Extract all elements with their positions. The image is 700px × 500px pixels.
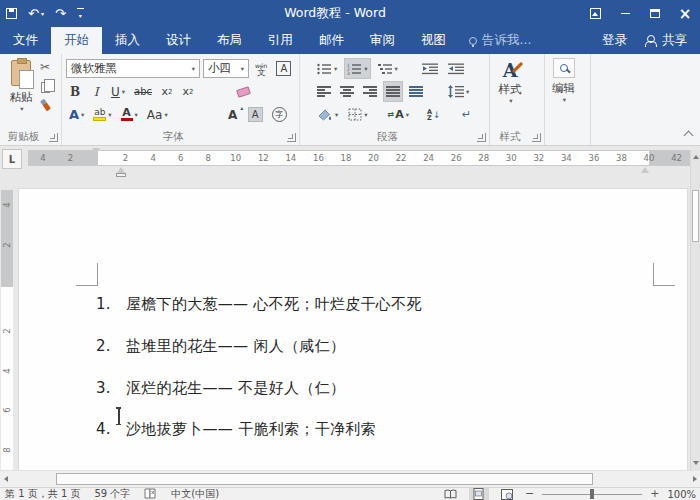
save-button[interactable] xyxy=(6,8,17,19)
editing-button[interactable]: 编辑 ▾ xyxy=(552,58,575,104)
font-name-combobox[interactable]: 微软雅黑 ▾ xyxy=(66,59,200,78)
styles-button[interactable]: A 样式 ▾ xyxy=(498,58,522,105)
italic-button[interactable]: I xyxy=(87,81,105,102)
line-spacing-button[interactable]: ▾ xyxy=(445,81,472,102)
increase-indent-button[interactable] xyxy=(445,58,467,79)
decrease-indent-button[interactable] xyxy=(419,58,441,79)
document-line-2[interactable]: 2.盐堆里的花生—— 闲人（咸仁） xyxy=(96,337,345,356)
ribbon-display-options-button[interactable] xyxy=(580,0,610,27)
sign-in-button[interactable]: 登录 xyxy=(589,32,640,49)
subscript-button[interactable]: x2 xyxy=(158,81,176,102)
zoom-slider-thumb[interactable] xyxy=(590,489,594,499)
align-left-button[interactable] xyxy=(314,81,334,102)
scroll-left-arrow[interactable] xyxy=(4,476,8,482)
styles-dialog-launcher[interactable] xyxy=(532,133,541,142)
numbering-button[interactable]: 123▾ xyxy=(344,58,370,79)
enclose-characters-button[interactable]: 字 xyxy=(269,104,290,125)
language-indicator[interactable]: 中文(中国) xyxy=(171,487,219,500)
ribbon-tab-5[interactable]: 邮件 xyxy=(306,27,357,54)
vertical-scrollbar[interactable] xyxy=(690,150,700,470)
asian-layout-button[interactable]: ⇄A▾ xyxy=(385,104,412,125)
ribbon-tab-6[interactable]: 审阅 xyxy=(357,27,408,54)
change-case-button[interactable]: Aa▾ xyxy=(144,104,171,125)
chevron-down-icon: ▾ xyxy=(192,65,195,73)
document-page[interactable]: 1.屋檐下的大葱—— 心不死；叶烂皮干心不死2.盐堆里的花生—— 闲人（咸仁）3… xyxy=(18,188,688,470)
first-line-indent-marker[interactable] xyxy=(92,148,100,154)
show-hide-marks-button[interactable]: ↵ xyxy=(458,104,476,125)
bold-button[interactable]: B xyxy=(66,81,84,102)
multilevel-list-button[interactable]: ▾ xyxy=(375,58,401,79)
zoom-level[interactable]: 100% xyxy=(667,489,696,500)
print-layout-button[interactable] xyxy=(469,488,489,500)
grow-font-button[interactable]: A▴ xyxy=(224,104,242,125)
font-color-button[interactable]: A▾ xyxy=(118,104,141,125)
paste-button[interactable]: 粘贴 ▾ xyxy=(4,58,38,140)
copy-button[interactable] xyxy=(41,82,50,93)
customize-qat-button[interactable]: ▾ xyxy=(77,8,84,19)
tell-me-box[interactable]: 告诉我... xyxy=(459,27,541,54)
document-line-4[interactable]: 4.沙地拔萝卜—— 干脆利索；干净利索 xyxy=(96,420,376,439)
zoom-in-button[interactable]: + xyxy=(650,489,659,499)
ribbon-tab-1[interactable]: 插入 xyxy=(102,27,153,54)
clipboard-mini-buttons: ✂ xyxy=(40,60,50,111)
highlighter-icon: ab xyxy=(93,108,106,121)
zoom-out-button[interactable]: − xyxy=(525,489,534,499)
align-center-button[interactable] xyxy=(337,81,357,102)
group-clipboard: 粘贴 ▾ ✂ 剪贴板 xyxy=(0,54,62,145)
read-mode-button[interactable] xyxy=(441,488,461,500)
horizontal-scrollbar[interactable] xyxy=(0,470,700,487)
distribute-button[interactable] xyxy=(406,81,426,102)
bullets-button[interactable]: ▾ xyxy=(314,58,340,79)
restore-button[interactable] xyxy=(640,0,670,27)
proofing-status-button[interactable] xyxy=(144,488,157,500)
ribbon-tab-2[interactable]: 设计 xyxy=(153,27,204,54)
clear-formatting-button[interactable] xyxy=(234,81,253,102)
text-effects-button[interactable]: A▾ xyxy=(66,104,87,125)
shading-button[interactable]: ▾ xyxy=(314,104,341,125)
numbering-icon: 123 xyxy=(347,63,362,75)
borders-button[interactable]: ▾ xyxy=(345,104,370,125)
document-line-3[interactable]: 3.沤烂的花生—— 不是好人（仁） xyxy=(96,379,345,398)
font-dialog-launcher[interactable] xyxy=(287,133,296,142)
scroll-up-arrow[interactable] xyxy=(693,155,699,159)
vertical-scroll-thumb[interactable] xyxy=(692,190,699,242)
align-right-button[interactable] xyxy=(360,81,380,102)
character-border-button[interactable]: A xyxy=(273,58,294,79)
scroll-right-arrow[interactable] xyxy=(693,476,697,482)
redo-button[interactable]: ↷ xyxy=(55,6,66,21)
document-line-1[interactable]: 1.屋檐下的大葱—— 心不死；叶烂皮干心不死 xyxy=(96,295,422,314)
close-button[interactable]: × xyxy=(670,0,700,27)
web-layout-button[interactable] xyxy=(497,488,517,500)
paragraph-dialog-launcher[interactable] xyxy=(477,133,486,142)
justify-button[interactable] xyxy=(383,81,403,102)
share-button[interactable]: 共享 xyxy=(640,32,700,49)
cut-button[interactable]: ✂ xyxy=(40,60,50,74)
collapse-ribbon-button[interactable] xyxy=(684,131,694,141)
undo-button[interactable]: ↶▾ xyxy=(28,6,44,21)
right-indent-marker[interactable] xyxy=(641,167,649,173)
phonetic-guide-button[interactable]: wén 文 xyxy=(252,58,270,79)
ribbon-tab-3[interactable]: 布局 xyxy=(204,27,255,54)
page-number-indicator[interactable]: 第 1 页，共 1 页 xyxy=(5,487,80,500)
tab-file[interactable]: 文件 xyxy=(0,27,51,54)
strikethrough-button[interactable]: abc xyxy=(131,81,155,102)
horizontal-scroll-thumb[interactable] xyxy=(56,473,593,485)
left-indent-marker[interactable] xyxy=(116,173,126,177)
character-shading-button[interactable]: A xyxy=(245,104,266,125)
minimize-button[interactable] xyxy=(610,0,640,27)
ribbon-tab-0[interactable]: 开始 xyxy=(51,27,102,54)
text-highlight-button[interactable]: ab▾ xyxy=(90,104,114,125)
sort-button[interactable]: AZ ↓ xyxy=(424,104,444,125)
format-painter-button[interactable] xyxy=(40,99,51,112)
ribbon-tab-4[interactable]: 引用 xyxy=(255,27,306,54)
word-count-indicator[interactable]: 59 个字 xyxy=(94,487,130,500)
tab-selector[interactable]: L xyxy=(2,149,22,169)
ribbon-tab-7[interactable]: 视图 xyxy=(408,27,459,54)
font-size-combobox[interactable]: 小四 ▾ xyxy=(203,59,249,78)
scroll-down-arrow[interactable] xyxy=(693,461,699,465)
underline-button[interactable]: U▾ xyxy=(108,81,128,102)
clipboard-dialog-launcher[interactable] xyxy=(49,133,58,142)
group-styles: A 样式 ▾ 样式 xyxy=(490,54,545,145)
superscript-button[interactable]: x2 xyxy=(179,81,197,102)
zoom-slider[interactable] xyxy=(542,488,642,500)
